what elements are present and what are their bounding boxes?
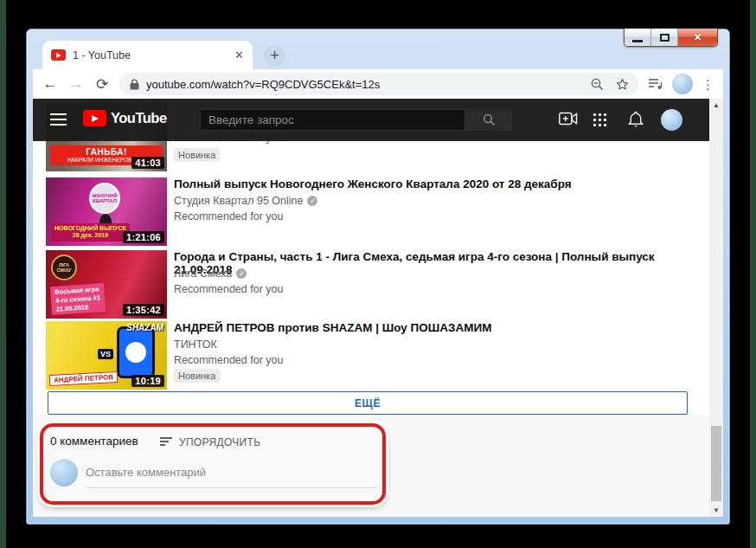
video-meta: Recommended for you — [174, 354, 283, 366]
thumbnail-label: АНДРЕЙ ПЕТРОВ — [49, 371, 119, 386]
channel-name[interactable]: Студия Квартал 95 Online — [174, 195, 303, 207]
lock-icon — [130, 79, 139, 90]
youtube-header: YouTube Введите запрос — [33, 99, 709, 141]
tab-close-icon[interactable]: ✕ — [234, 48, 244, 61]
comment-input[interactable]: Оставьте комментарий — [86, 466, 378, 488]
sort-icon[interactable] — [160, 437, 172, 448]
create-video-icon[interactable] — [559, 112, 578, 126]
channel-logo-badge: ЛІГА СМІХУ — [51, 255, 77, 280]
tab-title: 1 - YouTube — [73, 49, 227, 61]
verified-icon: ✓ — [236, 268, 247, 279]
youtube-profile-avatar[interactable] — [661, 109, 682, 131]
window-content: ← → ⟳ youtube.com/watch?v=RQ9CDVG5CEk&t=… — [33, 69, 723, 517]
video-title[interactable]: Города и Страны, часть 1 - Лига Смеха, с… — [174, 250, 693, 276]
scrollbar-thumb[interactable] — [711, 426, 721, 501]
comments-count: 0 комментариев — [50, 435, 138, 448]
channel-name[interactable]: Лига Смеха — [174, 268, 232, 280]
extension-playlist-icon[interactable] — [648, 78, 663, 90]
bookmark-star-icon[interactable] — [616, 78, 629, 91]
address-bar[interactable]: youtube.com/watch?v=RQ9CDVG5CEk&t=12s — [119, 73, 639, 95]
verified-icon: ✓ — [307, 196, 317, 206]
video-title[interactable]: Полный выпуск Новогоднего Женского Кварт… — [174, 177, 693, 190]
sort-comments-button[interactable]: УПОРЯДОЧИТЬ — [179, 436, 260, 448]
page-scrollbar[interactable]: ▲ ▼ — [709, 99, 723, 517]
back-button[interactable]: ← — [42, 75, 59, 93]
zoom-out-icon[interactable] — [591, 78, 604, 91]
thumbnail-label: НОВОГОДНИЙ ВЫПУСК 28 дек. 2019 — [51, 223, 130, 242]
url-text[interactable]: youtube.com/watch?v=RQ9CDVG5CEk&t=12s — [146, 78, 584, 91]
video-title[interactable]: АНДРЕЙ ПЕТРОВ против SHAZAM | Шоу ПОШАЗА… — [174, 321, 693, 334]
desktop-edge-left — [0, 0, 6, 548]
phone-graphic — [117, 326, 155, 378]
screenshot-stage: ✕ 1 - YouTube ✕ + ← → ⟳ youtube.com/watc… — [0, 0, 756, 548]
browser-toolbar: ← → ⟳ youtube.com/watch?v=RQ9CDVG5CEk&t=… — [33, 69, 723, 99]
youtube-favicon-icon — [51, 49, 66, 61]
video-channel[interactable]: ТИНТОК — [174, 338, 217, 351]
search-input[interactable]: Введите запрос — [200, 109, 465, 131]
video-thumbnail[interactable]: ЛІГА СМІХУ Восьмая игра 4-го сезона #1 2… — [46, 250, 167, 319]
duration-badge: 10:19 — [131, 375, 164, 387]
minimize-button[interactable] — [625, 29, 651, 46]
channel-logo-badge: ЖІНОЧИЙ КВАРТАЛ — [89, 183, 120, 214]
shazam-logo-icon — [125, 342, 146, 363]
youtube-logo[interactable]: YouTube — [83, 110, 167, 126]
minimize-icon — [632, 40, 643, 42]
menu-icon[interactable] — [50, 113, 67, 126]
video-meta: Recommended for you — [174, 210, 283, 222]
youtube-page: ГАНЬБА! НАБРАЛИ ИНЖЕНЕРОВ В КЛ 41:03 Rec… — [33, 99, 723, 517]
youtube-logo-text: YouTube — [111, 110, 167, 126]
browser-profile-avatar[interactable] — [672, 74, 693, 94]
browser-window: ✕ 1 - YouTube ✕ + ← → ⟳ youtube.com/watc… — [26, 29, 730, 525]
omnibox-actions — [591, 78, 629, 91]
thumbnail-banner-text: ГАНЬБА! — [50, 147, 163, 157]
user-avatar[interactable] — [50, 459, 78, 487]
youtube-play-icon — [83, 110, 106, 126]
thumbnail-label-line: 28 дек. 2019 — [54, 232, 126, 240]
close-icon: ✕ — [694, 32, 702, 43]
maximize-button[interactable] — [651, 29, 678, 46]
new-tab-button[interactable]: + — [264, 45, 285, 67]
thumbnail-vs-text: VS — [98, 349, 113, 359]
scroll-up-icon[interactable]: ▲ — [709, 99, 723, 112]
reload-button[interactable]: ⟳ — [93, 75, 111, 93]
thumbnail-shazam-text: SHAZAM — [126, 323, 163, 332]
video-channel[interactable]: Студия Квартал 95 Online ✓ — [174, 195, 317, 207]
thumbnail-label: Восьмая игра 4-го сезона #1 21.09.2018 — [50, 283, 106, 315]
scroll-down-icon[interactable]: ▼ — [709, 504, 723, 517]
duration-badge: 1:21:06 — [123, 231, 164, 243]
video-thumbnail[interactable]: ЖІНОЧИЙ КВАРТАЛ НОВОГОДНИЙ ВЫПУСК 28 дек… — [46, 177, 167, 246]
browser-menu-icon[interactable]: ⋮ — [702, 78, 714, 91]
search-placeholder: Введите запрос — [208, 113, 294, 126]
channel-name[interactable]: ТИНТОК — [174, 338, 217, 351]
duration-badge: 41:03 — [131, 157, 164, 169]
window-controls: ✕ — [624, 29, 718, 47]
search-button[interactable] — [465, 109, 512, 131]
notifications-bell-icon[interactable] — [628, 111, 644, 128]
video-meta: Recommended for you — [174, 283, 283, 295]
forward-button[interactable]: → — [67, 75, 85, 93]
video-thumbnail[interactable]: SHAZAM VS АНДРЕЙ ПЕТРОВ 10:19 — [46, 321, 167, 390]
close-button[interactable]: ✕ — [678, 29, 717, 46]
new-badge: Новинка — [174, 148, 220, 162]
apps-grid-icon[interactable] — [593, 113, 607, 127]
video-channel[interactable]: Лига Смеха ✓ — [174, 268, 247, 280]
search-icon — [483, 113, 496, 126]
show-more-button[interactable]: ЕЩЁ — [48, 391, 688, 415]
new-badge: Новинка — [174, 369, 220, 383]
browser-tab[interactable]: 1 - YouTube ✕ — [42, 41, 253, 69]
duration-badge: 1:35:42 — [123, 304, 164, 316]
thumbnail-label-line: НОВОГОДНИЙ ВЫПУСК — [54, 225, 126, 233]
maximize-icon — [660, 34, 670, 42]
desktop-edge-right — [750, 0, 756, 548]
